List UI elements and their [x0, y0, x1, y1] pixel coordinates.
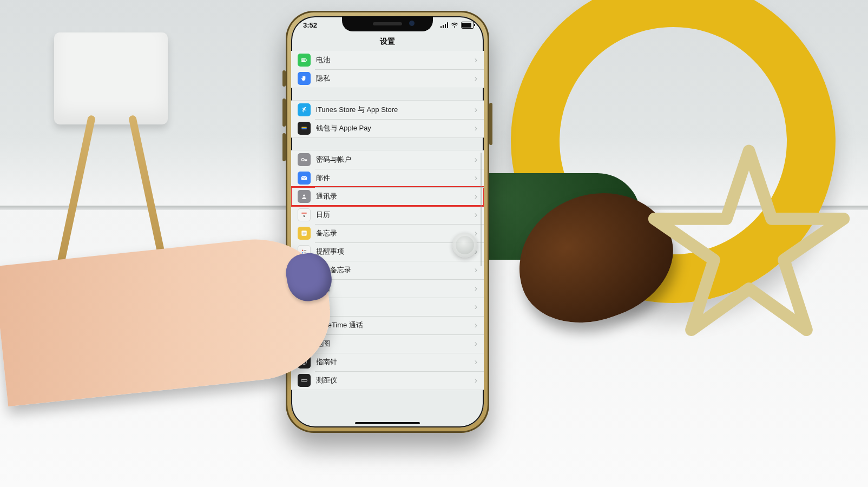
photo-scene: 3:52 设置 电池›隐私›iTunes Store 与 App Store›钱…: [0, 0, 868, 487]
planter-cup: [54, 32, 168, 124]
settings-row-contacts[interactable]: 通讯录›: [291, 187, 484, 206]
mail-icon: [298, 172, 311, 185]
svg-rect-6: [301, 128, 306, 129]
settings-row-privacy[interactable]: 隐私›: [291, 69, 484, 88]
settings-row-measure[interactable]: 测距仪›: [291, 371, 484, 390]
chevron-right-icon: ›: [475, 210, 477, 219]
settings-row-label: 语音备忘录: [316, 265, 475, 275]
assistive-touch-button[interactable]: [452, 233, 477, 258]
volume-down-button: [282, 133, 286, 161]
svg-point-7: [301, 159, 304, 161]
chevron-right-icon: ›: [475, 174, 477, 182]
svg-rect-5: [301, 127, 306, 128]
battery-icon: [461, 22, 474, 29]
chevron-right-icon: ›: [475, 74, 477, 83]
settings-row-label: 地图: [316, 339, 475, 348]
chevron-right-icon: ›: [475, 155, 477, 164]
svg-text:9: 9: [303, 214, 305, 218]
mute-switch: [282, 70, 286, 87]
chevron-right-icon: ›: [475, 321, 477, 330]
cellular-signal-icon: [440, 22, 449, 28]
settings-row-label: 指南针: [316, 357, 475, 367]
star-ornament: [646, 141, 852, 346]
svg-rect-2: [306, 60, 307, 61]
svg-point-9: [303, 194, 305, 196]
side-button: [489, 103, 492, 145]
settings-row-label: 日历: [316, 210, 475, 220]
settings-row-label: 电池: [316, 55, 475, 65]
chevron-right-icon: ›: [475, 192, 477, 201]
settings-row-label: 钱包与 Apple Pay: [316, 123, 475, 133]
home-indicator[interactable]: [355, 422, 420, 424]
settings-row-battery[interactable]: 电池›: [291, 51, 484, 69]
settings-group: iTunes Store 与 App Store›钱包与 Apple Pay›: [291, 101, 484, 137]
settings-row-label: 密码与帐户: [316, 155, 475, 164]
settings-row-label: 电话: [316, 284, 475, 293]
chevron-right-icon: ›: [475, 229, 477, 238]
settings-row-label: 通讯录: [316, 192, 475, 201]
page-title: 设置: [380, 37, 395, 47]
hand-icon: [298, 72, 311, 85]
svg-point-16: [302, 250, 303, 251]
svg-marker-0: [654, 151, 844, 330]
chevron-right-icon: ›: [475, 339, 477, 348]
appstore-icon: [298, 103, 311, 116]
settings-row-passwords[interactable]: 密码与帐户›: [291, 150, 484, 169]
svg-rect-12: [301, 231, 306, 235]
svg-rect-3: [302, 60, 305, 61]
svg-rect-8: [301, 176, 307, 180]
settings-row-itunes[interactable]: iTunes Store 与 App Store›: [291, 101, 484, 119]
phone-screen: 3:52 设置 电池›隐私›iTunes Store 与 App Store›钱…: [291, 16, 484, 427]
key-icon: [298, 153, 311, 166]
chevron-right-icon: ›: [475, 302, 477, 311]
settings-group: 电池›隐私›: [291, 51, 484, 88]
settings-row-label: 提醒事项: [316, 247, 475, 256]
navbar: 设置: [291, 32, 484, 51]
chevron-right-icon: ›: [475, 358, 477, 366]
wifi-icon: [451, 22, 458, 28]
settings-row-label: 测距仪: [316, 376, 475, 385]
settings-row-compass[interactable]: 指南针›: [291, 353, 484, 371]
measure-icon: [298, 374, 311, 387]
settings-row-label: FaceTime 通话: [316, 320, 475, 330]
chevron-right-icon: ›: [475, 106, 477, 114]
notes-icon: [298, 227, 311, 240]
chevron-right-icon: ›: [475, 124, 477, 133]
settings-row-label: 备忘录: [316, 228, 475, 238]
chevron-right-icon: ›: [475, 266, 477, 274]
calendar-icon: 9: [298, 208, 311, 221]
chevron-right-icon: ›: [475, 376, 477, 385]
svg-rect-10: [301, 213, 306, 214]
chevron-right-icon: ›: [475, 56, 477, 64]
status-time: 3:52: [303, 21, 317, 29]
chevron-right-icon: ›: [475, 284, 477, 293]
scroll-indicator: [481, 153, 482, 266]
volume-up-button: [282, 98, 286, 127]
settings-row-calendar[interactable]: 9日历›: [291, 206, 484, 224]
settings-row-label: iTunes Store 与 App Store: [316, 105, 475, 115]
contacts-icon: [298, 190, 311, 203]
settings-row-mail[interactable]: 邮件›: [291, 169, 484, 187]
settings-row-label: 信息: [316, 302, 475, 312]
settings-row-label: 隐私: [316, 74, 475, 83]
wallet-icon: [298, 122, 311, 135]
settings-row-wallet[interactable]: 钱包与 Apple Pay›: [291, 119, 484, 137]
iphone-device: 3:52 设置 电池›隐私›iTunes Store 与 App Store›钱…: [286, 11, 489, 433]
battery-icon: [298, 54, 311, 67]
notch: [342, 16, 433, 31]
plant-stand: [38, 32, 189, 249]
settings-row-label: 邮件: [316, 173, 475, 183]
